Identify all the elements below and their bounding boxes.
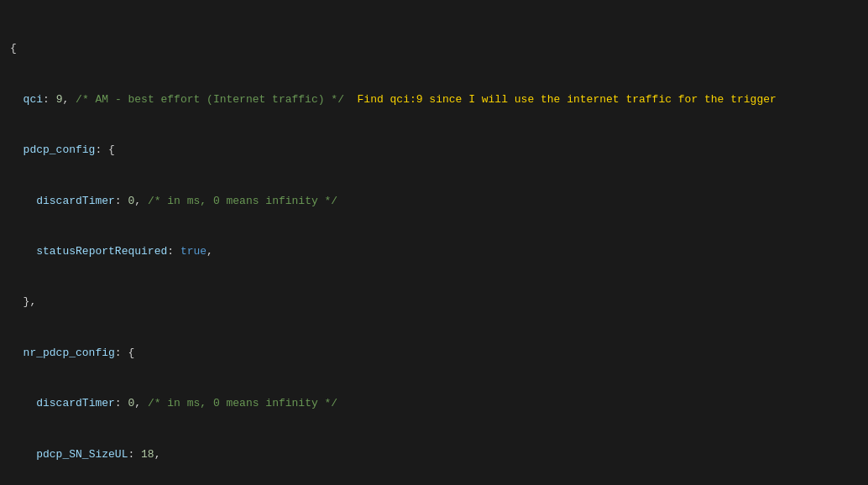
line-5: statusReportRequired: true, xyxy=(10,243,858,260)
line-4: discardTimer: 0, /* in ms, 0 means infin… xyxy=(10,193,858,210)
line-9: pdcp_SN_SizeUL: 18, xyxy=(10,446,858,463)
code-line-content: qci: 9, /* AM - best effort (Internet tr… xyxy=(10,91,776,108)
code-line-content: discardTimer: 0, /* in ms, 0 means infin… xyxy=(10,193,337,210)
code-line-content: }, xyxy=(10,294,36,310)
code-line-content: statusReportRequired: true, xyxy=(10,243,213,260)
code-line-content: pdcp_config: { xyxy=(10,142,115,159)
line-8: discardTimer: 0, /* in ms, 0 means infin… xyxy=(10,395,858,412)
line-3: pdcp_config: { xyxy=(10,142,858,159)
code-line-content: discardTimer: 0, /* in ms, 0 means infin… xyxy=(10,395,337,412)
code-editor: { qci: 9, /* AM - best effort (Internet … xyxy=(0,0,868,485)
code-line-content: { xyxy=(10,40,17,57)
line-1: { xyxy=(10,40,858,57)
line-2: qci: 9, /* AM - best effort (Internet tr… xyxy=(10,91,858,108)
line-6: }, xyxy=(10,294,858,310)
code-line-content: nr_pdcp_config: { xyxy=(10,345,134,362)
code-line-content: pdcp_SN_SizeUL: 18, xyxy=(10,446,160,463)
line-7: nr_pdcp_config: { xyxy=(10,345,858,362)
